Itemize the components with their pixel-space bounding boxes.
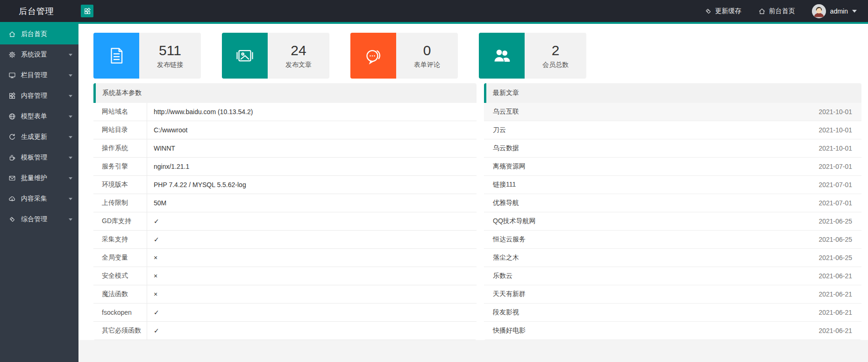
list-item: 乌云互联 2021-10-01 [484, 103, 861, 121]
stat-label: 会员总数 [542, 61, 569, 69]
sidebar-item-label: 模型表单 [21, 112, 47, 121]
panel-title: 系统基本参数 [93, 83, 477, 103]
panel-title: 最新文章 [484, 83, 861, 103]
avatar [812, 4, 826, 18]
front-home-button[interactable]: 前台首页 [758, 7, 795, 15]
table-row: 网站目录 C:/wwwroot [93, 121, 477, 139]
sidebar-item-label: 系统设置 [21, 51, 47, 59]
stat-card-comments[interactable]: 0 表单评论 [350, 33, 458, 79]
eraser-icon [8, 216, 16, 223]
param-label: 魔法函数 [93, 285, 147, 303]
stat-card-articles[interactable]: 24 发布文章 [222, 33, 329, 79]
table-row: 采集支持 ✓ [93, 231, 477, 249]
article-title-link[interactable]: 离殇资源网 [493, 162, 526, 171]
article-title-link[interactable]: 刀云 [493, 126, 506, 134]
sidebar-item-content-management[interactable]: 内容管理 [0, 86, 78, 106]
param-value: WINNT [147, 139, 175, 157]
grid-icon [8, 92, 16, 100]
grid-icon [84, 7, 91, 15]
list-item: 刀云 2021-10-01 [484, 121, 861, 139]
chevron-down-icon [69, 116, 72, 118]
list-item: 天天有新群 2021-06-21 [484, 285, 861, 304]
chevron-down-icon [69, 136, 72, 138]
sidebar-item-label: 批量维护 [21, 174, 47, 182]
user-menu[interactable]: admin [812, 4, 857, 18]
stat-card-links[interactable]: 511 发布链接 [93, 33, 201, 79]
article-title-link[interactable]: 天天有新群 [493, 290, 526, 298]
sidebar-item-template-management[interactable]: 模板管理 [0, 147, 78, 168]
sidebar-item-column-management[interactable]: 栏目管理 [0, 65, 78, 86]
sidebar-item-label: 内容管理 [21, 92, 47, 100]
article-date: 2021-10-01 [818, 108, 852, 116]
sidebar-item-label: 综合管理 [21, 215, 47, 224]
sidebar: 后台首页 系统设置 栏目管理 [0, 24, 78, 362]
list-item: QQ技术导航网 2021-06-25 [484, 212, 861, 231]
chevron-down-icon [69, 177, 72, 180]
article-title-link[interactable]: 恒达云服务 [493, 235, 526, 244]
article-title-link[interactable]: 乌云数据 [493, 144, 519, 152]
param-value: PHP 7.4.22 / MYSQL 5.5.62-log [147, 176, 246, 194]
chevron-down-icon [69, 74, 72, 77]
front-home-label: 前台首页 [769, 7, 795, 15]
article-title-link[interactable]: 落尘之木 [493, 253, 519, 262]
param-label: 全局变量 [93, 249, 147, 267]
list-item: 段友影视 2021-06-21 [484, 304, 861, 322]
sidebar-item-label: 生成更新 [21, 133, 47, 141]
main-content: 511 发布链接 24 发布文章 [78, 24, 868, 362]
sidebar-item-general-management[interactable]: 综合管理 [0, 209, 78, 230]
refresh-cache-button[interactable]: 更新缓存 [704, 7, 741, 15]
table-row: 其它必须函数 ✓ [93, 322, 477, 340]
param-value: 50M [147, 194, 166, 212]
param-value: × [147, 285, 157, 303]
table-row: 全局变量 × [93, 249, 477, 267]
chevron-down-icon [69, 198, 72, 200]
content-footer-area [78, 340, 868, 362]
list-item: 乐数云 2021-06-21 [484, 267, 861, 285]
main-layout: 后台首页 系统设置 栏目管理 [0, 22, 868, 362]
article-title-link[interactable]: 快播好电影 [493, 326, 526, 335]
sidebar-item-content-collection[interactable]: 内容采集 [0, 188, 78, 209]
stat-label: 表单评论 [414, 61, 440, 69]
app-title: 后台管理 [0, 6, 78, 17]
globe-icon [8, 113, 16, 120]
cup-icon [8, 154, 16, 161]
list-item: 恒达云服务 2021-06-25 [484, 231, 861, 249]
list-item: 落尘之木 2021-06-25 [484, 249, 861, 267]
article-title-link[interactable]: 优雅导航 [493, 199, 519, 207]
sidebar-item-model-forms[interactable]: 模型表单 [0, 106, 78, 127]
stat-label: 发布文章 [285, 61, 312, 69]
param-label: 采集支持 [93, 231, 147, 248]
table-row: fsockopen ✓ [93, 304, 477, 322]
list-item: 快播好电影 2021-06-21 [484, 322, 861, 340]
stat-cards-row: 511 发布链接 24 发布文章 [93, 33, 861, 79]
sidebar-item-generate-update[interactable]: 生成更新 [0, 127, 78, 147]
eraser-icon [704, 7, 712, 15]
sidebar-item-dashboard[interactable]: 后台首页 [0, 24, 78, 44]
article-title-link[interactable]: QQ技术导航网 [493, 217, 536, 225]
article-date: 2021-07-01 [818, 163, 852, 170]
table-row: 网站域名 http://www.baidu.com (10.13.54.2) [93, 103, 477, 121]
article-title-link[interactable]: 段友影视 [493, 308, 519, 317]
panels-row: 系统基本参数 网站域名 http://www.baidu.com (10.13.… [93, 83, 861, 340]
home-icon [8, 30, 16, 38]
username: admin [830, 7, 848, 15]
sidebar-item-system-settings[interactable]: 系统设置 [0, 44, 78, 65]
article-title-link[interactable]: 乌云互联 [493, 108, 519, 116]
article-title-link[interactable]: 乐数云 [493, 272, 512, 280]
article-date: 2021-06-21 [818, 327, 852, 334]
chevron-down-icon [852, 10, 857, 13]
stat-body: 0 表单评论 [396, 33, 458, 79]
sidebar-item-batch-maintenance[interactable]: 批量维护 [0, 168, 78, 188]
apps-button[interactable] [81, 5, 93, 17]
stat-card-members[interactable]: 2 会员总数 [479, 33, 586, 79]
chevron-down-icon [69, 218, 72, 221]
param-label: 操作系统 [93, 139, 147, 157]
param-label: 上传限制 [93, 194, 147, 212]
param-label: 环境版本 [93, 176, 147, 194]
table-row: 服务引擎 nginx/1.21.1 [93, 158, 477, 176]
param-value: ✓ [147, 231, 159, 248]
table-row: 上传限制 50M [93, 194, 477, 212]
article-title-link[interactable]: 链接111 [493, 181, 516, 189]
system-params-panel: 系统基本参数 网站域名 http://www.baidu.com (10.13.… [93, 83, 477, 340]
chevron-down-icon [69, 54, 72, 56]
